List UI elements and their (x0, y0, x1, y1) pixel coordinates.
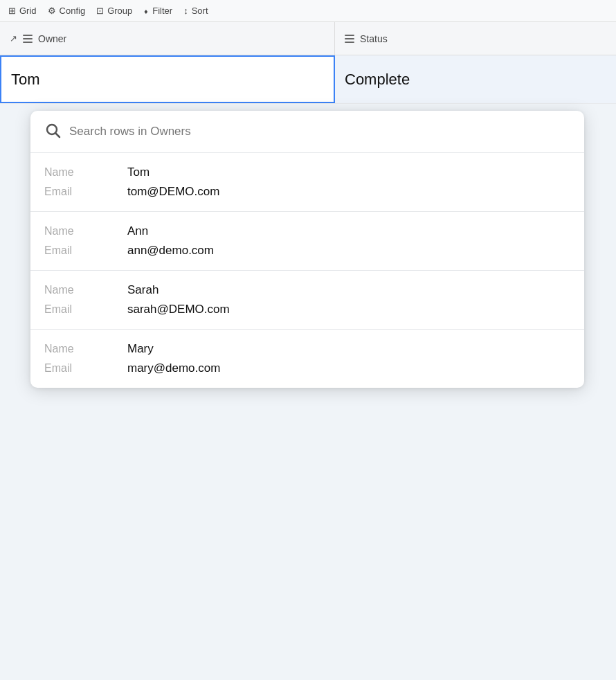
sort-label: Sort (192, 6, 208, 16)
table-header: ↗ Owner Status (0, 22, 616, 55)
grid-label: Grid (19, 6, 37, 16)
table: ↗ Owner Status Tom Complete (0, 22, 616, 104)
status-lines-icon (345, 35, 354, 43)
sort-icon: ↕ (183, 6, 188, 16)
name-value: Sarah (127, 283, 158, 297)
lines-icon (23, 35, 33, 43)
search-input[interactable] (69, 125, 570, 138)
list-item[interactable]: Name Mary Email mary@demo.com (30, 330, 584, 388)
name-value: Ann (127, 224, 148, 238)
grid-icon: ⊞ (8, 6, 16, 16)
column-header-status[interactable]: Status (335, 22, 616, 55)
group-icon: ⊡ (96, 6, 104, 16)
sort-arrow-icon: ↗ (10, 33, 17, 44)
search-icon (44, 122, 61, 141)
owner-dropdown: Name Tom Email tom@DEMO.com Name Ann Ema… (30, 111, 584, 388)
cell-status-value: Complete (345, 71, 410, 89)
email-value: tom@DEMO.com (127, 185, 219, 199)
toolbar-group[interactable]: ⊡ Group (96, 6, 132, 16)
email-label: Email (44, 244, 127, 257)
email-value: ann@demo.com (127, 244, 214, 258)
config-icon: ⚙ (48, 6, 56, 16)
list-item[interactable]: Name Tom Email tom@DEMO.com (30, 153, 584, 212)
field-name-row: Name Ann (44, 222, 570, 241)
email-label: Email (44, 362, 127, 375)
toolbar-filter[interactable]: ⬧ Filter (143, 6, 172, 16)
email-label: Email (44, 303, 127, 316)
owner-column-label: Owner (38, 33, 66, 44)
field-name-row: Name Mary (44, 339, 570, 359)
toolbar: ⊞ Grid ⚙ Config ⊡ Group ⬧ Filter ↕ Sort (0, 0, 616, 22)
status-column-label: Status (360, 33, 388, 44)
persons-list: Name Tom Email tom@DEMO.com Name Ann Ema… (30, 153, 584, 388)
field-email-row: Email ann@demo.com (44, 241, 570, 260)
filter-icon: ⬧ (143, 6, 149, 16)
filter-label: Filter (152, 6, 172, 16)
name-label: Name (44, 166, 127, 179)
column-header-owner[interactable]: ↗ Owner (0, 22, 335, 55)
email-value: mary@demo.com (127, 361, 220, 375)
toolbar-grid[interactable]: ⊞ Grid (8, 6, 37, 16)
list-item[interactable]: Name Ann Email ann@demo.com (30, 212, 584, 271)
table-row[interactable]: Tom Complete (0, 55, 616, 104)
search-bar[interactable] (30, 111, 584, 153)
config-label: Config (60, 6, 86, 16)
field-name-row: Name Tom (44, 163, 570, 182)
email-label: Email (44, 186, 127, 198)
cell-owner[interactable]: Tom (0, 55, 335, 103)
name-label: Name (44, 225, 127, 238)
list-item[interactable]: Name Sarah Email sarah@DEMO.com (30, 271, 584, 330)
cell-status[interactable]: Complete (335, 55, 616, 103)
name-value: Tom (127, 165, 150, 179)
field-email-row: Email tom@DEMO.com (44, 182, 570, 202)
field-email-row: Email sarah@DEMO.com (44, 300, 570, 319)
name-label: Name (44, 343, 127, 355)
field-email-row: Email mary@demo.com (44, 359, 570, 378)
name-label: Name (44, 284, 127, 296)
name-value: Mary (127, 342, 154, 356)
email-value: sarah@DEMO.com (127, 303, 230, 316)
toolbar-config[interactable]: ⚙ Config (48, 6, 86, 16)
group-label: Group (107, 6, 132, 16)
svg-line-1 (56, 134, 60, 138)
cell-owner-value: Tom (11, 71, 40, 89)
toolbar-sort[interactable]: ↕ Sort (183, 6, 208, 16)
field-name-row: Name Sarah (44, 280, 570, 300)
